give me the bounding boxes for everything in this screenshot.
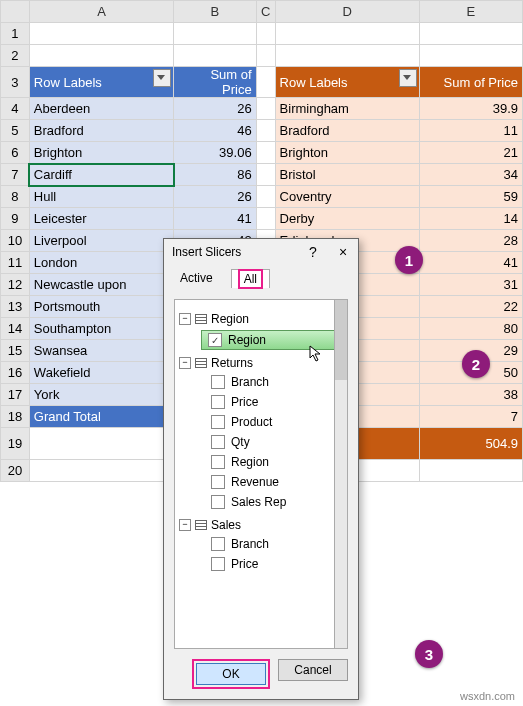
field-item[interactable]: Sales Rep — [179, 492, 331, 512]
pivot-right-rowlabels-header[interactable]: Row Labels — [275, 67, 419, 98]
field-item[interactable]: Qty — [179, 432, 331, 452]
checkbox-icon[interactable] — [211, 435, 225, 449]
pivot-cell[interactable]: 39.9 — [419, 98, 522, 120]
checkbox-icon[interactable] — [211, 537, 225, 551]
col-b-header[interactable]: B — [174, 1, 256, 23]
tab-all[interactable]: All — [231, 269, 270, 288]
callout-2: 2 — [462, 350, 490, 378]
active-cell[interactable]: Cardiff — [29, 164, 173, 186]
field-item[interactable]: Price — [179, 554, 331, 574]
tab-active[interactable]: Active — [174, 269, 219, 288]
ok-button[interactable]: OK — [196, 663, 266, 685]
col-d-header[interactable]: D — [275, 1, 419, 23]
pivot-cell[interactable]: Aberdeen — [29, 98, 173, 120]
checkbox-icon[interactable] — [211, 557, 225, 571]
dialog-title: Insert Slicers — [172, 245, 241, 259]
collapse-icon[interactable]: − — [179, 357, 191, 369]
table-icon — [195, 314, 207, 324]
select-all-corner[interactable] — [1, 1, 30, 23]
col-c-header[interactable]: C — [256, 1, 275, 23]
checkbox-icon[interactable] — [211, 415, 225, 429]
col-e-header[interactable]: E — [419, 1, 522, 23]
ok-highlight: OK — [192, 659, 270, 689]
row-3-header[interactable]: 3 — [1, 67, 30, 98]
checkbox-icon[interactable] — [211, 475, 225, 489]
dialog-titlebar[interactable]: Insert Slicers ? × — [164, 239, 358, 265]
pivot-left-sum-header[interactable]: Sum of Price — [174, 67, 256, 98]
field-item[interactable]: Branch — [179, 372, 331, 392]
grand-total-label[interactable]: Grand Total — [29, 406, 173, 428]
checkbox-icon[interactable] — [211, 495, 225, 509]
vertical-scrollbar[interactable] — [334, 299, 348, 649]
field-item[interactable]: Revenue — [179, 472, 331, 492]
pivot-left-rowlabels-header[interactable]: Row Labels — [29, 67, 173, 98]
table-icon — [195, 520, 207, 530]
pivot-cell[interactable]: 26 — [174, 98, 256, 120]
mouse-cursor-icon — [309, 345, 323, 363]
pivot-cell[interactable]: Birmingham — [275, 98, 419, 120]
callout-3: 3 — [415, 640, 443, 668]
close-icon[interactable]: × — [328, 239, 358, 265]
row-1-header[interactable]: 1 — [1, 23, 30, 45]
row-2-header[interactable]: 2 — [1, 45, 30, 67]
field-item[interactable]: Product — [179, 412, 331, 432]
cancel-button[interactable]: Cancel — [278, 659, 348, 681]
collapse-icon[interactable]: − — [179, 519, 191, 531]
grand-total-value[interactable]: 504.9 — [419, 428, 522, 460]
checkbox-icon[interactable] — [211, 375, 225, 389]
field-item[interactable]: Price — [179, 392, 331, 412]
filter-dropdown-icon[interactable] — [153, 69, 171, 87]
checkbox-checked-icon[interactable]: ✓ — [208, 333, 222, 347]
filter-dropdown-icon[interactable] — [399, 69, 417, 87]
checkbox-icon[interactable] — [211, 455, 225, 469]
field-item[interactable]: Region — [179, 452, 331, 472]
pivot-right-sum-header[interactable]: Sum of Price — [419, 67, 522, 98]
watermark: wsxdn.com — [460, 690, 515, 702]
col-a-header[interactable]: A — [29, 1, 173, 23]
collapse-icon[interactable]: − — [179, 313, 191, 325]
table-icon — [195, 358, 207, 368]
help-icon[interactable]: ? — [298, 239, 328, 265]
insert-slicers-dialog: Insert Slicers ? × Active All −Region ✓R… — [163, 238, 359, 700]
scroll-thumb[interactable] — [335, 300, 347, 380]
callout-1: 1 — [395, 246, 423, 274]
checkbox-icon[interactable] — [211, 395, 225, 409]
field-item[interactable]: Branch — [179, 534, 331, 554]
